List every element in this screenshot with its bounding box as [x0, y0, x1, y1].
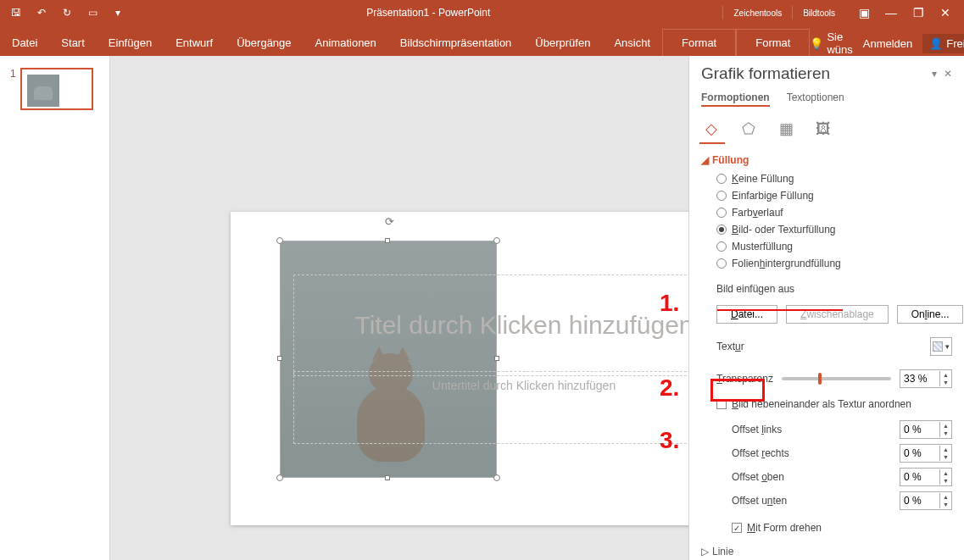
contextual-tools: Zeichentools Bildtools: [722, 6, 845, 19]
slide-thumbnail-panel[interactable]: 1: [0, 56, 110, 560]
document-title: Präsentation1 - PowerPoint: [134, 7, 722, 19]
minimize-icon[interactable]: —: [879, 6, 903, 19]
fill-option-solid[interactable]: Einfarbige Füllung: [716, 190, 952, 202]
qat-more-icon[interactable]: ▾: [109, 7, 127, 19]
transparency-stepper[interactable]: ▲▼: [900, 369, 952, 388]
selected-picture-shape[interactable]: [280, 241, 497, 478]
pane-menu-icon[interactable]: ▾: [932, 68, 937, 80]
tab-design[interactable]: Entwurf: [164, 30, 225, 56]
format-shape-pane: Grafik formatieren ▾✕ Formoptionen Texto…: [688, 56, 964, 560]
offset-top-stepper[interactable]: ▲▼: [900, 468, 952, 486]
ribbon: Datei Start Einfügen Entwurf Übergänge A…: [0, 25, 964, 56]
ribbon-display-icon[interactable]: ▣: [852, 6, 876, 19]
fill-option-slide-background[interactable]: Folienhintergrundfüllung: [716, 258, 952, 269]
annotation-2: 2.: [660, 374, 679, 402]
offset-bottom-stepper[interactable]: ▲▼: [900, 491, 952, 510]
offset-top-label: Offset oben: [732, 471, 784, 483]
insert-from-online-button[interactable]: Online...: [897, 305, 964, 324]
texture-label: Textur: [716, 341, 744, 352]
tab-transitions[interactable]: Übergänge: [225, 30, 303, 56]
transparency-value[interactable]: [900, 373, 939, 385]
effects-icon[interactable]: ⬠: [738, 119, 759, 139]
title-bar: 🖫 ↶ ↻ ▭ ▾ Präsentation1 - PowerPoint Zei…: [0, 0, 964, 25]
slide-canvas[interactable]: Titel durch Klicken hinzufügen Untertite…: [110, 56, 688, 560]
tab-insert[interactable]: Einfügen: [97, 30, 164, 56]
picture-tools-label: Bildtools: [792, 6, 845, 19]
window-controls: ▣ — ❐ ✕: [845, 6, 964, 19]
share-icon: 👤: [929, 37, 943, 50]
annotation-underline: [717, 309, 843, 311]
annotation-1: 1.: [660, 290, 679, 317]
redo-icon[interactable]: ↻: [58, 7, 76, 19]
offset-left-label: Offset links: [732, 424, 782, 435]
stepper-up-icon[interactable]: ▲: [940, 371, 951, 379]
fill-and-line-icon[interactable]: ◇: [701, 119, 722, 139]
insert-from-clipboard-button: Zwischenablage: [786, 305, 889, 324]
thumbnail-preview[interactable]: [20, 68, 93, 110]
collapse-icon: ◢: [701, 154, 709, 166]
fill-option-picture-texture[interactable]: Bild- oder Texturfüllung: [716, 224, 952, 236]
pane-close-icon[interactable]: ✕: [944, 68, 952, 80]
tell-me[interactable]: 💡Sie wüns: [810, 30, 852, 56]
offset-bottom-label: Offset unten: [732, 495, 787, 507]
main-area: 1 Titel durch Klicken hinzufügen Unterti…: [0, 56, 964, 560]
tab-review[interactable]: Überprüfen: [523, 30, 602, 56]
fill-section-header[interactable]: ◢Füllung: [701, 154, 952, 166]
tab-picture-format[interactable]: Format: [736, 29, 810, 56]
drawing-tools-label: Zeichentools: [722, 6, 792, 19]
quick-access-toolbar: 🖫 ↶ ↻ ▭ ▾: [0, 7, 134, 19]
fill-option-gradient[interactable]: Farbverlauf: [716, 207, 952, 219]
fill-option-none[interactable]: Keine Füllung: [716, 173, 952, 185]
close-icon[interactable]: ✕: [933, 6, 957, 19]
stepper-down-icon[interactable]: ▼: [940, 379, 951, 386]
offset-left-stepper[interactable]: ▲▼: [900, 420, 952, 439]
lightbulb-icon: 💡: [810, 37, 823, 50]
undo-icon[interactable]: ↶: [32, 7, 51, 19]
slide[interactable]: Titel durch Klicken hinzufügen Untertite…: [231, 212, 688, 525]
rotate-with-shape-checkbox[interactable]: ✓Mit Form drehen: [732, 522, 952, 534]
transparency-slider[interactable]: [782, 377, 891, 380]
tab-slideshow[interactable]: Bildschirmpräsentation: [388, 30, 524, 56]
transparency-label: Transparenz: [716, 373, 773, 385]
slide-thumbnail-1[interactable]: 1: [0, 68, 109, 110]
annotation-3: 3.: [660, 427, 679, 454]
tab-view[interactable]: Ansicht: [602, 30, 662, 56]
tile-as-texture-checkbox[interactable]: Bild nebeneinander als Textur anordnen: [716, 398, 952, 410]
tab-file[interactable]: Datei: [0, 30, 49, 56]
insert-from-file-button[interactable]: Datei...: [716, 305, 777, 324]
size-properties-icon[interactable]: ▦: [776, 119, 796, 139]
pane-tab-shape-options[interactable]: Formoptionen: [701, 91, 770, 107]
tab-drawing-format[interactable]: Format: [662, 29, 736, 56]
expand-icon: ▷: [701, 546, 709, 557]
pane-title: Grafik formatieren: [701, 64, 830, 83]
chevron-down-icon: ▾: [945, 342, 950, 351]
tab-home[interactable]: Start: [49, 30, 96, 56]
offset-right-stepper[interactable]: ▲▼: [900, 444, 952, 463]
fill-option-pattern[interactable]: Musterfüllung: [716, 241, 952, 252]
offset-right-label: Offset rechts: [732, 447, 789, 459]
start-from-beginning-icon[interactable]: ▭: [83, 7, 102, 19]
sign-in[interactable]: Anmelden: [863, 37, 913, 50]
line-section-header[interactable]: ▷Linie: [701, 546, 952, 557]
share-button[interactable]: 👤Freigeben: [922, 34, 964, 53]
rotate-handle-icon[interactable]: ⟳: [385, 215, 400, 230]
tab-animations[interactable]: Animationen: [304, 30, 388, 56]
insert-picture-from-label: Bild einfügen aus: [716, 283, 952, 295]
texture-picker[interactable]: ▾: [930, 337, 952, 356]
picture-icon[interactable]: 🖼: [813, 119, 833, 139]
pane-tab-text-options[interactable]: Textoptionen: [787, 91, 844, 107]
save-icon[interactable]: 🖫: [7, 7, 25, 19]
restore-icon[interactable]: ❐: [906, 6, 930, 19]
slide-number: 1: [10, 68, 20, 110]
